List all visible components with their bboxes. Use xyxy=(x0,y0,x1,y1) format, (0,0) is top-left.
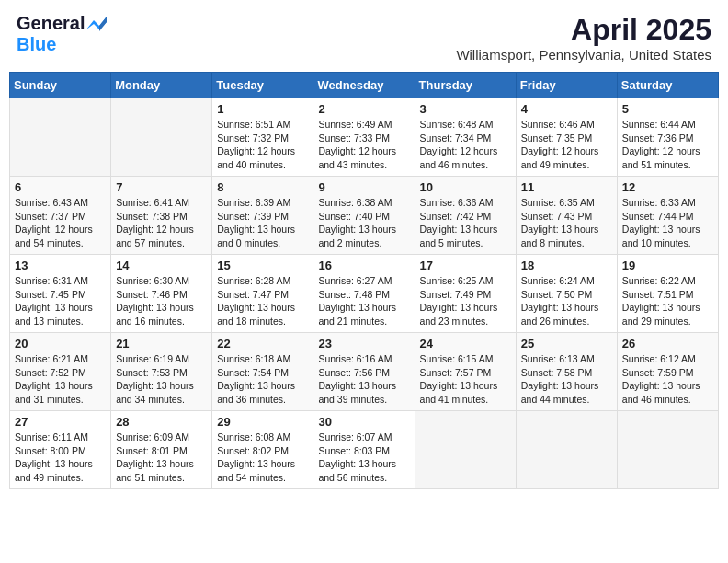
day-info: Sunrise: 6:18 AM Sunset: 7:54 PM Dayligh… xyxy=(217,352,308,407)
calendar-cell: 6Sunrise: 6:43 AM Sunset: 7:37 PM Daylig… xyxy=(10,177,111,255)
day-info: Sunrise: 6:25 AM Sunset: 7:49 PM Dayligh… xyxy=(420,274,511,328)
calendar-cell: 27Sunrise: 6:11 AM Sunset: 8:00 PM Dayli… xyxy=(10,411,111,489)
calendar-cell xyxy=(415,411,516,489)
calendar-header-saturday: Saturday xyxy=(617,73,718,98)
calendar-cell: 22Sunrise: 6:18 AM Sunset: 7:54 PM Dayli… xyxy=(212,333,313,411)
day-number: 26 xyxy=(622,337,713,350)
day-number: 20 xyxy=(15,337,106,350)
day-info: Sunrise: 6:38 AM Sunset: 7:40 PM Dayligh… xyxy=(318,196,409,250)
calendar-cell: 19Sunrise: 6:22 AM Sunset: 7:51 PM Dayli… xyxy=(617,255,718,333)
day-info: Sunrise: 6:28 AM Sunset: 7:47 PM Dayligh… xyxy=(217,274,308,328)
day-number: 7 xyxy=(116,180,207,194)
day-info: Sunrise: 6:22 AM Sunset: 7:51 PM Dayligh… xyxy=(622,274,713,328)
calendar-cell: 18Sunrise: 6:24 AM Sunset: 7:50 PM Dayli… xyxy=(516,255,617,333)
day-number: 18 xyxy=(521,259,612,272)
calendar-cell: 14Sunrise: 6:30 AM Sunset: 7:46 PM Dayli… xyxy=(111,255,212,333)
calendar-cell: 30Sunrise: 6:07 AM Sunset: 8:03 PM Dayli… xyxy=(313,411,415,489)
day-number: 21 xyxy=(116,337,207,350)
day-info: Sunrise: 6:19 AM Sunset: 7:53 PM Dayligh… xyxy=(116,352,207,407)
day-info: Sunrise: 6:30 AM Sunset: 7:46 PM Dayligh… xyxy=(116,274,207,328)
calendar-cell: 26Sunrise: 6:12 AM Sunset: 7:59 PM Dayli… xyxy=(617,333,718,411)
day-number: 9 xyxy=(318,180,409,194)
day-number: 19 xyxy=(622,259,713,272)
calendar-cell: 4Sunrise: 6:46 AM Sunset: 7:35 PM Daylig… xyxy=(516,98,617,177)
calendar-table: SundayMondayTuesdayWednesdayThursdayFrid… xyxy=(9,72,719,489)
day-number: 27 xyxy=(15,415,106,429)
calendar-cell: 21Sunrise: 6:19 AM Sunset: 7:53 PM Dayli… xyxy=(111,333,212,411)
logo-bird-icon xyxy=(86,17,107,31)
day-number: 2 xyxy=(318,102,409,116)
calendar-cell: 25Sunrise: 6:13 AM Sunset: 7:58 PM Dayli… xyxy=(516,333,617,411)
day-number: 23 xyxy=(318,337,409,350)
calendar-cell: 28Sunrise: 6:09 AM Sunset: 8:01 PM Dayli… xyxy=(111,411,212,489)
day-info: Sunrise: 6:31 AM Sunset: 7:45 PM Dayligh… xyxy=(15,274,106,328)
day-info: Sunrise: 6:21 AM Sunset: 7:52 PM Dayligh… xyxy=(15,352,106,407)
day-number: 30 xyxy=(318,415,409,429)
calendar-week-row: 6Sunrise: 6:43 AM Sunset: 7:37 PM Daylig… xyxy=(10,177,719,255)
day-number: 12 xyxy=(622,180,713,194)
calendar-cell: 17Sunrise: 6:25 AM Sunset: 7:49 PM Dayli… xyxy=(415,255,516,333)
day-number: 28 xyxy=(116,415,207,429)
day-info: Sunrise: 6:33 AM Sunset: 7:44 PM Dayligh… xyxy=(622,196,713,250)
day-info: Sunrise: 6:12 AM Sunset: 7:59 PM Dayligh… xyxy=(622,352,713,407)
day-info: Sunrise: 6:44 AM Sunset: 7:36 PM Dayligh… xyxy=(622,118,713,172)
calendar-cell: 7Sunrise: 6:41 AM Sunset: 7:38 PM Daylig… xyxy=(111,177,212,255)
calendar-cell: 12Sunrise: 6:33 AM Sunset: 7:44 PM Dayli… xyxy=(617,177,718,255)
day-number: 14 xyxy=(116,259,207,272)
calendar-cell: 8Sunrise: 6:39 AM Sunset: 7:39 PM Daylig… xyxy=(212,177,313,255)
day-info: Sunrise: 6:41 AM Sunset: 7:38 PM Dayligh… xyxy=(116,196,207,250)
day-number: 16 xyxy=(318,259,409,272)
day-number: 24 xyxy=(420,337,511,350)
day-info: Sunrise: 6:09 AM Sunset: 8:01 PM Dayligh… xyxy=(116,431,207,485)
day-info: Sunrise: 6:36 AM Sunset: 7:42 PM Dayligh… xyxy=(420,196,511,250)
calendar-cell: 23Sunrise: 6:16 AM Sunset: 7:56 PM Dayli… xyxy=(313,333,415,411)
calendar-cell: 9Sunrise: 6:38 AM Sunset: 7:40 PM Daylig… xyxy=(313,177,415,255)
svg-marker-1 xyxy=(99,17,107,31)
calendar-cell: 10Sunrise: 6:36 AM Sunset: 7:42 PM Dayli… xyxy=(415,177,516,255)
day-number: 10 xyxy=(420,180,511,194)
day-info: Sunrise: 6:46 AM Sunset: 7:35 PM Dayligh… xyxy=(521,118,612,172)
day-info: Sunrise: 6:16 AM Sunset: 7:56 PM Dayligh… xyxy=(318,352,409,407)
month-title: April 2025 xyxy=(456,13,711,47)
day-info: Sunrise: 6:13 AM Sunset: 7:58 PM Dayligh… xyxy=(521,352,612,407)
day-info: Sunrise: 6:08 AM Sunset: 8:02 PM Dayligh… xyxy=(217,431,308,485)
day-info: Sunrise: 6:07 AM Sunset: 8:03 PM Dayligh… xyxy=(318,431,409,485)
day-number: 6 xyxy=(15,180,106,194)
logo: General Blue xyxy=(17,13,107,55)
calendar-cell: 20Sunrise: 6:21 AM Sunset: 7:52 PM Dayli… xyxy=(10,333,111,411)
day-info: Sunrise: 6:11 AM Sunset: 8:00 PM Dayligh… xyxy=(15,431,106,485)
calendar-cell: 5Sunrise: 6:44 AM Sunset: 7:36 PM Daylig… xyxy=(617,98,718,177)
calendar-cell: 15Sunrise: 6:28 AM Sunset: 7:47 PM Dayli… xyxy=(212,255,313,333)
day-number: 22 xyxy=(217,337,308,350)
calendar-header-row: SundayMondayTuesdayWednesdayThursdayFrid… xyxy=(10,73,719,98)
day-number: 25 xyxy=(521,337,612,350)
day-number: 15 xyxy=(217,259,308,272)
calendar-week-row: 20Sunrise: 6:21 AM Sunset: 7:52 PM Dayli… xyxy=(10,333,719,411)
calendar-header-thursday: Thursday xyxy=(415,73,516,98)
day-info: Sunrise: 6:27 AM Sunset: 7:48 PM Dayligh… xyxy=(318,274,409,328)
calendar-header-wednesday: Wednesday xyxy=(313,73,415,98)
day-info: Sunrise: 6:43 AM Sunset: 7:37 PM Dayligh… xyxy=(15,196,106,250)
calendar-week-row: 13Sunrise: 6:31 AM Sunset: 7:45 PM Dayli… xyxy=(10,255,719,333)
calendar-cell xyxy=(617,411,718,489)
location-title: Williamsport, Pennsylvania, United State… xyxy=(456,47,711,63)
day-info: Sunrise: 6:39 AM Sunset: 7:39 PM Dayligh… xyxy=(217,196,308,250)
calendar-week-row: 27Sunrise: 6:11 AM Sunset: 8:00 PM Dayli… xyxy=(10,411,719,489)
calendar-cell: 1Sunrise: 6:51 AM Sunset: 7:32 PM Daylig… xyxy=(212,98,313,177)
logo-general-text: General xyxy=(17,13,85,34)
calendar-cell: 11Sunrise: 6:35 AM Sunset: 7:43 PM Dayli… xyxy=(516,177,617,255)
calendar-header-tuesday: Tuesday xyxy=(212,73,313,98)
calendar-header-friday: Friday xyxy=(516,73,617,98)
day-number: 3 xyxy=(420,102,511,116)
day-number: 11 xyxy=(521,180,612,194)
day-number: 1 xyxy=(217,102,308,116)
calendar-cell: 3Sunrise: 6:48 AM Sunset: 7:34 PM Daylig… xyxy=(415,98,516,177)
day-number: 5 xyxy=(622,102,713,116)
calendar-cell: 2Sunrise: 6:49 AM Sunset: 7:33 PM Daylig… xyxy=(313,98,415,177)
logo-blue-text: Blue xyxy=(17,34,56,54)
calendar-header-sunday: Sunday xyxy=(10,73,111,98)
day-info: Sunrise: 6:15 AM Sunset: 7:57 PM Dayligh… xyxy=(420,352,511,407)
day-info: Sunrise: 6:49 AM Sunset: 7:33 PM Dayligh… xyxy=(318,118,409,172)
calendar-week-row: 1Sunrise: 6:51 AM Sunset: 7:32 PM Daylig… xyxy=(10,98,719,177)
calendar-cell xyxy=(10,98,111,177)
